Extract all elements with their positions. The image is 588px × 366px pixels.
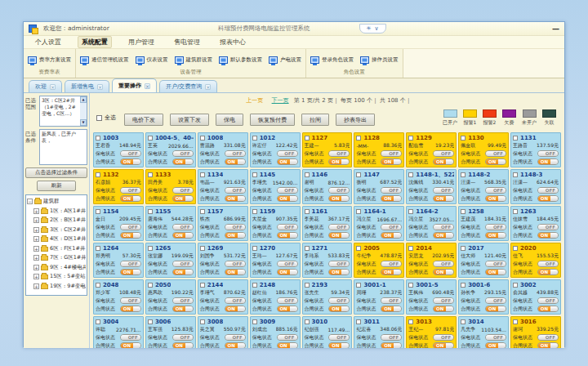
card-checkbox[interactable] [148, 172, 153, 177]
card-checkbox[interactable] [252, 136, 257, 141]
supply-toggle-off[interactable]: OFF [328, 187, 350, 194]
supply-toggle-off[interactable]: OFF [328, 297, 350, 304]
close-icon[interactable]: × [145, 83, 150, 89]
gate-toggle-on[interactable]: ON [225, 342, 246, 348]
card-checkbox[interactable] [356, 246, 361, 251]
menu-item-1[interactable]: 个人设置 [32, 37, 65, 47]
supply-toggle-off[interactable]: OFF [381, 187, 402, 194]
meter-card[interactable]: 2050惠风吹190.22元保电状态OFF合闸状态ON [145, 279, 196, 315]
supply-toggle-off[interactable]: OFF [328, 261, 350, 267]
card-checkbox[interactable] [461, 319, 466, 324]
gate-toggle-on[interactable]: ON [433, 158, 454, 165]
action-button-3[interactable]: 保电 [216, 114, 243, 126]
meter-card[interactable]: 1159大星金907.35元保电状态OFF合闸状态ON [250, 206, 301, 241]
supply-toggle-off[interactable]: OFF [120, 224, 141, 230]
gate-toggle-on[interactable]: ON [172, 232, 194, 239]
supply-toggle-off[interactable]: OFF [277, 187, 298, 194]
supply-toggle-off[interactable]: OFF [225, 224, 246, 230]
meter-card[interactable]: 2148赵红仙186.76元保电状态OFF合闸状态ON [250, 279, 301, 315]
card-checkbox[interactable] [96, 209, 100, 214]
card-checkbox[interactable] [461, 209, 466, 214]
card-checkbox[interactable] [252, 172, 257, 177]
gate-toggle-on[interactable]: ON [537, 232, 559, 239]
card-checkbox[interactable] [305, 209, 310, 214]
card-checkbox[interactable] [513, 246, 518, 251]
gate-toggle-on[interactable]: ON [537, 306, 559, 312]
gate-toggle-on[interactable]: ON [277, 195, 298, 202]
card-checkbox[interactable] [408, 283, 413, 288]
supply-toggle-off[interactable]: OFF [277, 224, 298, 230]
menu-item-2[interactable]: 系统配置 [78, 36, 112, 48]
action-button-6[interactable]: 抄表导出 [336, 114, 375, 126]
gate-toggle-on[interactable]: ON [225, 306, 246, 312]
meter-card[interactable]: 1008曹温路331.08元保电状态OFF合闸状态ON [198, 132, 248, 167]
action-button-5[interactable]: 拉闸 [301, 114, 329, 126]
meter-card[interactable]: 3001-1周瑾238.37元保电状态OFF合闸状态ON [354, 279, 404, 315]
meter-card[interactable]: 1271李玮系533.83元保电状态OFF合闸状态ON [302, 243, 353, 278]
card-checkbox[interactable] [200, 172, 205, 177]
card-checkbox[interactable] [408, 246, 413, 251]
card-checkbox[interactable] [200, 246, 205, 251]
gate-toggle-on[interactable]: ON [485, 269, 506, 275]
card-checkbox[interactable] [252, 209, 257, 214]
supply-toggle-off[interactable]: OFF [381, 150, 402, 157]
tree-node-5[interactable]: +6区：F区1#井（F区 [27, 244, 86, 254]
gate-toggle-on[interactable]: ON [225, 269, 246, 275]
gate-toggle-on[interactable]: ON [485, 342, 506, 348]
tab-2[interactable]: 新增售电× [65, 80, 109, 92]
gate-toggle-on[interactable]: ON [225, 158, 246, 165]
ribbon-button-2-3[interactable]: 建筑群设置 [175, 56, 213, 64]
tree-node-1[interactable]: +1区：A区1#井 [27, 207, 86, 216]
supply-toggle-off[interactable]: OFF [225, 334, 246, 341]
supply-toggle-off[interactable]: OFF [537, 261, 559, 267]
supply-toggle-off[interactable]: OFF [328, 224, 350, 230]
card-checkbox[interactable] [200, 136, 205, 141]
card-checkbox[interactable] [461, 136, 466, 141]
supply-toggle-off[interactable]: OFF [120, 297, 141, 304]
ribbon-button-3-2[interactable]: 操作员设置 [360, 56, 399, 64]
gate-toggle-on[interactable]: ON [172, 306, 194, 312]
meter-card[interactable]: 2020佳飞155.53元保电状态OFF合闸状态ON [510, 243, 561, 278]
card-checkbox[interactable] [513, 319, 518, 324]
meter-card[interactable]: 1269刘国争531.72元保电状态OFF合闸状态ON [198, 243, 248, 278]
supply-toggle-off[interactable]: OFF [381, 297, 402, 304]
meter-card[interactable]: 1148-1、522沈佩钱330.41元保电状态OFF合闸状态ON [406, 169, 457, 204]
gate-toggle-on[interactable]: ON [277, 342, 298, 348]
expand-icon[interactable]: + [33, 246, 39, 252]
gate-toggle-on[interactable]: ON [328, 342, 350, 348]
menu-item-5[interactable]: 报表中心 [216, 37, 249, 47]
supply-toggle-off[interactable]: OFF [485, 224, 506, 230]
supply-toggle-off[interactable]: OFF [537, 297, 559, 304]
close-icon[interactable]: × [97, 84, 103, 90]
card-checkbox[interactable] [305, 283, 310, 288]
card-checkbox[interactable] [356, 172, 361, 177]
supply-toggle-off[interactable]: OFF [537, 150, 559, 157]
meter-card[interactable]: 1263佳妹雪184.45元保电状态OFF合闸状态ON [510, 206, 561, 241]
gate-toggle-on[interactable]: ON [120, 306, 141, 312]
card-checkbox[interactable] [252, 283, 257, 288]
supply-toggle-off[interactable]: OFF [172, 150, 194, 157]
criteria-listbox[interactable]: 新风表，已开户表， [39, 129, 87, 165]
supply-toggle-off[interactable]: OFF [120, 150, 141, 157]
chevron-down-icon[interactable]: ∨ [374, 25, 378, 32]
meter-card[interactable]: 1154金日209.45元保电状态OFF合闸状态ON [93, 206, 144, 241]
card-checkbox[interactable] [305, 172, 310, 177]
meter-card[interactable]: 1161李美花367.17元保电状态OFF合闸状态ON [302, 206, 353, 241]
meter-card[interactable]: 3001-5王枫伟690.48元保电状态OFF合闸状态ON [406, 279, 457, 315]
gate-toggle-on[interactable]: ON [277, 158, 298, 165]
gate-toggle-on[interactable]: ON [328, 158, 350, 165]
meter-card[interactable]: 1164-2冯立星3527.05…保电状态OFF合闸状态ON [406, 206, 457, 241]
card-checkbox[interactable] [96, 283, 100, 288]
meter-card[interactable]: 3001-6孙长争293.15元保电状态OFF合闸状态ON [458, 279, 509, 315]
meter-card[interactable]: 2014安思龙202.95元保电状态OFF合闸状态ON [406, 243, 457, 278]
supply-toggle-off[interactable]: OFF [277, 297, 298, 304]
meter-card[interactable]: 1264郑秀明57.30元保电状态OFF合闸状态ON [93, 243, 144, 278]
meter-card[interactable]: 2193张先生59.34元保电状态OFF合闸状态ON [302, 279, 353, 315]
gate-toggle-on[interactable]: ON [485, 195, 506, 202]
meter-card[interactable]: 1148-2汪潇—568.35元保电状态OFF合闸状态ON [458, 169, 509, 204]
supply-toggle-off[interactable]: OFF [277, 261, 298, 267]
gate-toggle-on[interactable]: ON [120, 158, 141, 165]
card-checkbox[interactable] [305, 246, 310, 251]
supply-toggle-off[interactable]: OFF [485, 150, 506, 157]
gate-toggle-on[interactable]: ON [537, 195, 559, 202]
